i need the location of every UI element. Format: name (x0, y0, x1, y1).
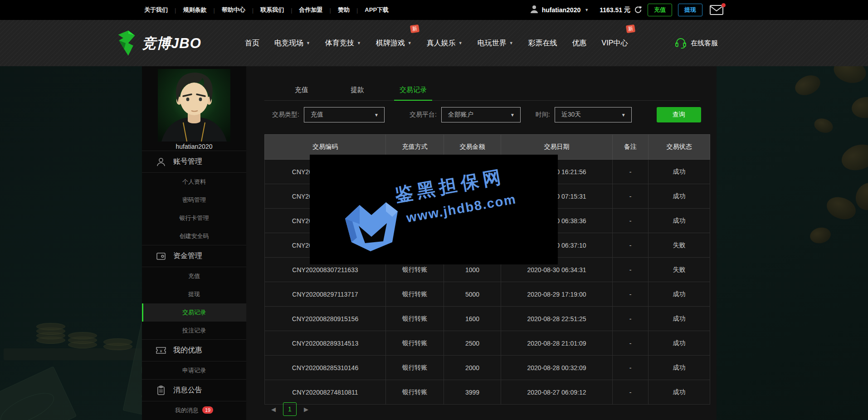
table-cell: 2020-08-27 06:09:12 (501, 380, 613, 405)
table-cell: - (613, 380, 649, 405)
sidebar-section-label: 消息公告 (173, 386, 202, 395)
refresh-balance-icon[interactable] (634, 6, 642, 15)
sidebar-item-applications[interactable]: 申请记录 (142, 361, 246, 380)
nav-item-label: 真人娱乐 (427, 39, 456, 48)
prev-page-icon[interactable]: ◀ (271, 406, 276, 413)
chevron-down-icon: ▼ (509, 41, 513, 45)
separator: | (175, 7, 176, 14)
table-cell: 失败 (649, 233, 710, 258)
table-row: CNY202008285310146银行转账20002020-08-28 00:… (265, 356, 710, 380)
sidebar-item-security-code[interactable]: 创建安全码 (142, 227, 246, 245)
table-cell: 银行转账 (386, 307, 444, 331)
query-button[interactable]: 查询 (657, 107, 701, 122)
tab-withdrawal[interactable]: 提款 (332, 81, 382, 100)
table-cell: 2000 (444, 356, 501, 380)
separator: | (213, 7, 215, 14)
table-cell: 2020-08-28 22:51:25 (501, 307, 613, 331)
nav-item-esports-live[interactable]: 电竞现场▼ (274, 39, 310, 48)
tab-transactions[interactable]: 交易记录 (388, 81, 438, 100)
main-nav: 首页电竞现场▼体育竞技▼棋牌游戏▼新真人娱乐▼电玩世界▼彩票在线优惠VIP中心新 (245, 20, 628, 66)
watermark-overlay: 鉴黑担保网 www.jhdb8.com (310, 155, 558, 264)
filter-label: 交易类型: (272, 111, 299, 119)
nav-item-label: VIP中心 (602, 39, 628, 48)
top-link-partners[interactable]: 合作加盟 (299, 6, 323, 14)
sidebar-section-label: 资金管理 (173, 251, 202, 261)
filter-select-time-range[interactable]: 近30天▼ (555, 107, 632, 122)
nav-item-promotions[interactable]: 优惠 (572, 39, 587, 48)
record-tabs: 充值提款交易记录 (264, 81, 700, 101)
nav-item-sports[interactable]: 体育竞技▼ (325, 39, 361, 48)
avatar[interactable] (158, 69, 230, 142)
top-link-rules[interactable]: 规则条款 (183, 6, 206, 14)
sidebar-item-bet-records[interactable]: 投注记录 (142, 322, 246, 340)
table-cell: - (613, 184, 649, 209)
table-cell: - (613, 233, 649, 258)
top-link-app-download[interactable]: APP下载 (365, 6, 389, 14)
nav-item-label: 电竞现场 (274, 39, 303, 48)
filter-select-platform[interactable]: 全部账户▼ (441, 107, 521, 122)
filter-select-transaction-type[interactable]: 充值▼ (304, 107, 385, 122)
chevron-down-icon: ▼ (408, 41, 412, 45)
table-cell: - (613, 331, 649, 356)
top-links: 关于我们|规则条款|帮助中心|联系我们|合作加盟|赞助|APP下载 (144, 6, 389, 14)
deposit-button[interactable]: 充值 (648, 4, 672, 16)
chevron-down-icon: ▼ (621, 112, 626, 117)
page-number[interactable]: 1 (283, 402, 297, 416)
nav-item-lottery[interactable]: 彩票在线 (528, 39, 557, 48)
mail-icon[interactable] (710, 5, 723, 15)
table-cell: 成功 (649, 331, 710, 356)
filter-group-transaction-type: 交易类型:充值▼ (272, 107, 385, 122)
top-link-sponsor[interactable]: 赞助 (338, 6, 350, 14)
pagination: ◀ 1 ▶ (271, 402, 308, 416)
table-cell: - (613, 160, 649, 184)
nav-item-label: 电玩世界 (478, 39, 507, 48)
sidebar-section-promos[interactable]: ¥我的优惠 (142, 339, 246, 361)
table-cell: - (613, 258, 649, 282)
coupon-icon: ¥ (156, 345, 166, 356)
wallet-icon (156, 251, 166, 262)
svg-text:¥: ¥ (159, 349, 162, 353)
sidebar-item-password[interactable]: 密码管理 (142, 191, 246, 209)
filter-groups: 交易类型:充值▼交易平台:全部账户▼时间:近30天▼ (264, 107, 632, 122)
filter-label: 时间: (536, 111, 550, 119)
separator: | (252, 7, 254, 14)
top-link-help[interactable]: 帮助中心 (222, 6, 245, 14)
table-cell: 银行转账 (386, 356, 444, 380)
new-badge: 新 (410, 24, 419, 33)
nav-item-board-games[interactable]: 棋牌游戏▼新 (376, 39, 412, 48)
table-cell: 成功 (649, 356, 710, 380)
sidebar-section-funds[interactable]: 资金管理 (142, 245, 246, 267)
table-cell: - (613, 356, 649, 380)
online-service[interactable]: 在线客服 (675, 20, 718, 66)
nav-item-vip-center[interactable]: VIP中心新 (602, 39, 628, 48)
sidebar-item-bank-cards[interactable]: 银行卡管理 (142, 209, 246, 227)
top-link-contact[interactable]: 联系我们 (260, 6, 284, 14)
table-cell: 银行转账 (386, 282, 444, 307)
logo-icon (116, 29, 138, 58)
sidebar-item-my-messages[interactable]: 我的消息19 (142, 401, 246, 420)
logo[interactable]: 竞博JBO (116, 29, 201, 58)
table-row: CNY202008289314513银行转账25002020-08-28 21:… (265, 331, 710, 356)
sidebar-section-account[interactable]: 账号管理 (142, 151, 246, 173)
sidebar-item-withdraw[interactable]: 提现 (142, 285, 246, 303)
sidebar-item-deposit[interactable]: 充值 (142, 267, 246, 285)
sidebar-item-profile[interactable]: 个人资料 (142, 173, 246, 191)
balance-currency: 元 (624, 6, 630, 14)
table-cell: 银行转账 (386, 331, 444, 356)
nav-item-home[interactable]: 首页 (245, 39, 259, 48)
chevron-down-icon: ▼ (357, 41, 361, 45)
top-utility-bar: 关于我们|规则条款|帮助中心|联系我们|合作加盟|赞助|APP下载 hufati… (0, 0, 868, 20)
top-link-about[interactable]: 关于我们 (144, 6, 168, 14)
withdraw-button[interactable]: 提现 (678, 4, 702, 16)
table-cell: - (613, 282, 649, 307)
nav-item-live-casino[interactable]: 真人娱乐▼ (427, 39, 463, 48)
nav-item-label: 彩票在线 (528, 39, 557, 48)
sidebar-item-transactions[interactable]: 交易记录 (142, 303, 246, 322)
user-menu[interactable]: hufatian2020 ▼ (530, 5, 589, 15)
mail-notification-dot (722, 3, 726, 7)
sidebar-section-label: 我的优惠 (173, 346, 202, 355)
next-page-icon[interactable]: ▶ (304, 406, 308, 413)
tab-deposit[interactable]: 充值 (277, 81, 327, 100)
sidebar-section-messages[interactable]: 消息公告 (142, 379, 246, 401)
nav-item-arcade[interactable]: 电玩世界▼ (478, 39, 513, 48)
